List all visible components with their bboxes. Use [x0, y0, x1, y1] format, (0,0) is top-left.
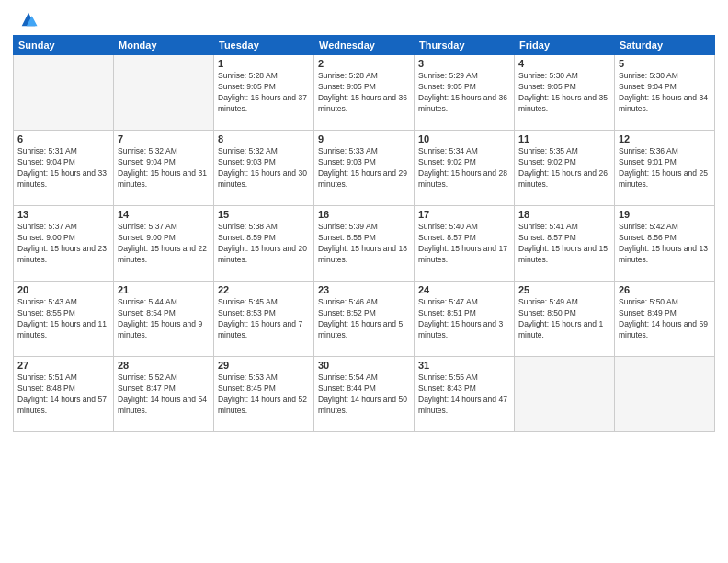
calendar-cell: 16Sunrise: 5:39 AMSunset: 8:58 PMDayligh… — [314, 206, 415, 282]
header — [13, 9, 715, 29]
calendar-cell: 5Sunrise: 5:30 AMSunset: 9:04 PMDaylight… — [615, 55, 715, 131]
day-number: 27 — [17, 360, 109, 371]
calendar-cell: 29Sunrise: 5:53 AMSunset: 8:45 PMDayligh… — [214, 357, 314, 432]
cell-info: Sunrise: 5:46 AMSunset: 8:52 PMDaylight:… — [318, 297, 410, 341]
cell-info: Sunrise: 5:29 AMSunset: 9:05 PMDaylight:… — [418, 71, 510, 115]
cell-info: Sunrise: 5:45 AMSunset: 8:53 PMDaylight:… — [218, 297, 310, 341]
calendar-cell — [615, 357, 715, 432]
day-number: 1 — [218, 58, 310, 69]
day-number: 11 — [518, 133, 610, 144]
calendar-cell: 6Sunrise: 5:31 AMSunset: 9:04 PMDaylight… — [14, 131, 114, 206]
cell-info: Sunrise: 5:52 AMSunset: 8:47 PMDaylight:… — [118, 373, 210, 417]
calendar-cell: 28Sunrise: 5:52 AMSunset: 8:47 PMDayligh… — [114, 357, 214, 432]
calendar-cell: 19Sunrise: 5:42 AMSunset: 8:56 PMDayligh… — [615, 206, 715, 282]
cell-info: Sunrise: 5:41 AMSunset: 8:57 PMDaylight:… — [518, 222, 610, 266]
day-of-week-header: Thursday — [415, 36, 515, 55]
day-number: 23 — [318, 284, 410, 295]
calendar-cell: 23Sunrise: 5:46 AMSunset: 8:52 PMDayligh… — [314, 282, 415, 357]
cell-info: Sunrise: 5:34 AMSunset: 9:02 PMDaylight:… — [418, 146, 510, 190]
day-number: 18 — [518, 209, 610, 220]
calendar-cell: 10Sunrise: 5:34 AMSunset: 9:02 PMDayligh… — [415, 131, 515, 206]
cell-info: Sunrise: 5:47 AMSunset: 8:51 PMDaylight:… — [418, 297, 510, 341]
day-number: 15 — [218, 209, 310, 220]
calendar-cell: 17Sunrise: 5:40 AMSunset: 8:57 PMDayligh… — [415, 206, 515, 282]
cell-info: Sunrise: 5:43 AMSunset: 8:55 PMDaylight:… — [17, 297, 109, 341]
day-number: 19 — [619, 209, 711, 220]
calendar-cell: 31Sunrise: 5:55 AMSunset: 8:43 PMDayligh… — [415, 357, 515, 432]
calendar-week-row: 27Sunrise: 5:51 AMSunset: 8:48 PMDayligh… — [14, 357, 715, 432]
day-number: 13 — [17, 209, 109, 220]
day-number: 20 — [17, 284, 109, 295]
calendar-cell: 25Sunrise: 5:49 AMSunset: 8:50 PMDayligh… — [515, 282, 615, 357]
cell-info: Sunrise: 5:50 AMSunset: 8:49 PMDaylight:… — [619, 297, 711, 341]
calendar-week-row: 6Sunrise: 5:31 AMSunset: 9:04 PMDaylight… — [14, 131, 715, 206]
page: SundayMondayTuesdayWednesdayThursdayFrid… — [0, 0, 728, 563]
cell-info: Sunrise: 5:31 AMSunset: 9:04 PMDaylight:… — [17, 146, 109, 190]
calendar-cell: 24Sunrise: 5:47 AMSunset: 8:51 PMDayligh… — [415, 282, 515, 357]
calendar-table: SundayMondayTuesdayWednesdayThursdayFrid… — [13, 35, 715, 432]
calendar-cell: 8Sunrise: 5:32 AMSunset: 9:03 PMDaylight… — [214, 131, 314, 206]
day-number: 5 — [619, 58, 711, 69]
cell-info: Sunrise: 5:44 AMSunset: 8:54 PMDaylight:… — [118, 297, 210, 341]
day-number: 3 — [418, 58, 510, 69]
day-number: 21 — [118, 284, 210, 295]
calendar-cell: 18Sunrise: 5:41 AMSunset: 8:57 PMDayligh… — [515, 206, 615, 282]
calendar-cell — [515, 357, 615, 432]
day-number: 12 — [619, 133, 711, 144]
day-number: 9 — [318, 133, 410, 144]
calendar-cell: 4Sunrise: 5:30 AMSunset: 9:05 PMDaylight… — [515, 55, 615, 131]
day-number: 22 — [218, 284, 310, 295]
day-number: 4 — [518, 58, 610, 69]
logo — [13, 9, 39, 29]
calendar-week-row: 1Sunrise: 5:28 AMSunset: 9:05 PMDaylight… — [14, 55, 715, 131]
day-number: 26 — [619, 284, 711, 295]
calendar-cell: 26Sunrise: 5:50 AMSunset: 8:49 PMDayligh… — [615, 282, 715, 357]
day-of-week-header: Wednesday — [314, 36, 415, 55]
calendar-week-row: 20Sunrise: 5:43 AMSunset: 8:55 PMDayligh… — [14, 282, 715, 357]
calendar-cell — [14, 55, 114, 131]
cell-info: Sunrise: 5:32 AMSunset: 9:03 PMDaylight:… — [218, 146, 310, 190]
calendar-cell: 30Sunrise: 5:54 AMSunset: 8:44 PMDayligh… — [314, 357, 415, 432]
day-of-week-header: Monday — [114, 36, 214, 55]
day-of-week-header: Sunday — [14, 36, 114, 55]
cell-info: Sunrise: 5:53 AMSunset: 8:45 PMDaylight:… — [218, 373, 310, 417]
cell-info: Sunrise: 5:37 AMSunset: 9:00 PMDaylight:… — [118, 222, 210, 266]
calendar-cell: 9Sunrise: 5:33 AMSunset: 9:03 PMDaylight… — [314, 131, 415, 206]
cell-info: Sunrise: 5:35 AMSunset: 9:02 PMDaylight:… — [518, 146, 610, 190]
calendar-cell: 14Sunrise: 5:37 AMSunset: 9:00 PMDayligh… — [114, 206, 214, 282]
day-of-week-header: Tuesday — [214, 36, 314, 55]
day-number: 10 — [418, 133, 510, 144]
cell-info: Sunrise: 5:54 AMSunset: 8:44 PMDaylight:… — [318, 373, 410, 417]
calendar-cell: 1Sunrise: 5:28 AMSunset: 9:05 PMDaylight… — [214, 55, 314, 131]
day-number: 29 — [218, 360, 310, 371]
cell-info: Sunrise: 5:40 AMSunset: 8:57 PMDaylight:… — [418, 222, 510, 266]
cell-info: Sunrise: 5:30 AMSunset: 9:05 PMDaylight:… — [518, 71, 610, 115]
calendar-cell: 7Sunrise: 5:32 AMSunset: 9:04 PMDaylight… — [114, 131, 214, 206]
calendar-cell: 11Sunrise: 5:35 AMSunset: 9:02 PMDayligh… — [515, 131, 615, 206]
day-number: 14 — [118, 209, 210, 220]
cell-info: Sunrise: 5:55 AMSunset: 8:43 PMDaylight:… — [418, 373, 510, 417]
calendar-cell: 21Sunrise: 5:44 AMSunset: 8:54 PMDayligh… — [114, 282, 214, 357]
day-number: 25 — [518, 284, 610, 295]
cell-info: Sunrise: 5:49 AMSunset: 8:50 PMDaylight:… — [518, 297, 610, 341]
day-of-week-header: Friday — [515, 36, 615, 55]
calendar-cell: 15Sunrise: 5:38 AMSunset: 8:59 PMDayligh… — [214, 206, 314, 282]
calendar-cell: 22Sunrise: 5:45 AMSunset: 8:53 PMDayligh… — [214, 282, 314, 357]
day-number: 24 — [418, 284, 510, 295]
calendar-cell: 20Sunrise: 5:43 AMSunset: 8:55 PMDayligh… — [14, 282, 114, 357]
day-number: 7 — [118, 133, 210, 144]
cell-info: Sunrise: 5:51 AMSunset: 8:48 PMDaylight:… — [17, 373, 109, 417]
day-number: 17 — [418, 209, 510, 220]
day-number: 16 — [318, 209, 410, 220]
cell-info: Sunrise: 5:36 AMSunset: 9:01 PMDaylight:… — [619, 146, 711, 190]
calendar-cell: 2Sunrise: 5:28 AMSunset: 9:05 PMDaylight… — [314, 55, 415, 131]
day-number: 6 — [17, 133, 109, 144]
day-of-week-header: Saturday — [615, 36, 715, 55]
calendar-week-row: 13Sunrise: 5:37 AMSunset: 9:00 PMDayligh… — [14, 206, 715, 282]
calendar-header-row: SundayMondayTuesdayWednesdayThursdayFrid… — [14, 36, 715, 55]
day-number: 2 — [318, 58, 410, 69]
calendar-cell — [114, 55, 214, 131]
calendar-cell: 3Sunrise: 5:29 AMSunset: 9:05 PMDaylight… — [415, 55, 515, 131]
cell-info: Sunrise: 5:42 AMSunset: 8:56 PMDaylight:… — [619, 222, 711, 266]
day-number: 8 — [218, 133, 310, 144]
